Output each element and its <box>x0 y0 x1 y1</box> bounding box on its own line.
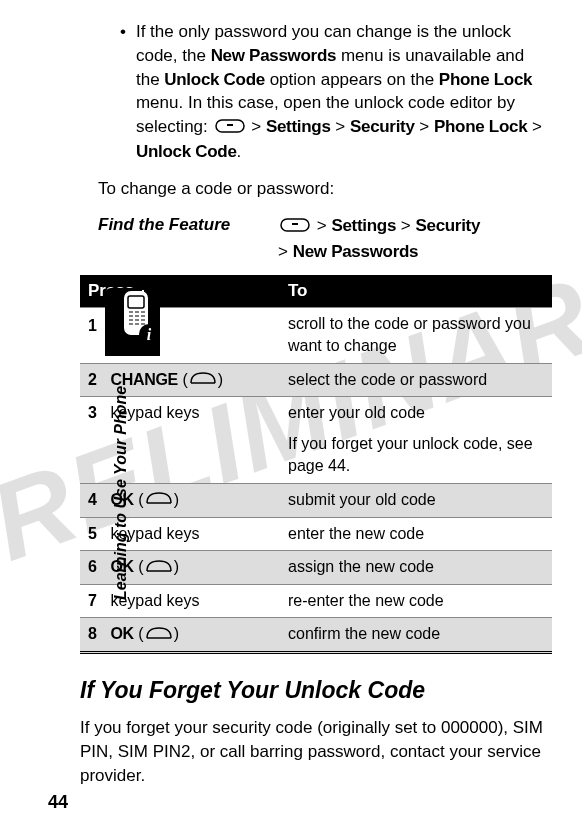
table-row: 6 OK ()assign the new code <box>80 551 552 585</box>
find-feature-path: > Settings > Security > New Passwords <box>278 213 552 265</box>
find-feature-label: Find the Feature <box>98 213 278 237</box>
col-to: To <box>280 275 552 307</box>
path-security: Security <box>350 117 415 136</box>
table-row: 3 keypad keysenter your old codeIf you f… <box>80 397 552 483</box>
to-cell: confirm the new code <box>280 618 552 653</box>
path-security: Security <box>415 216 480 235</box>
menu-key-icon <box>280 214 310 240</box>
gt: > <box>415 117 434 136</box>
path-unlock-code: Unlock Code <box>136 142 237 161</box>
svg-text:i: i <box>147 326 152 343</box>
path-settings: Settings <box>266 117 331 136</box>
find-feature-row: Find the Feature > Settings > Security >… <box>98 213 552 265</box>
sidebar-section-label: Learning to Use Your Phone <box>110 386 132 600</box>
to-cell: assign the new code <box>280 551 552 585</box>
gt: > <box>317 216 332 235</box>
softkey-icon <box>189 369 217 391</box>
path-new-passwords: New Passwords <box>293 242 419 261</box>
menu-key-icon <box>215 116 245 140</box>
bullet-item: • If the only password you can change is… <box>120 20 552 163</box>
gt: > <box>278 242 293 261</box>
svg-rect-3 <box>292 223 298 225</box>
press-cell: 8 OK () <box>80 618 280 653</box>
to-cell: select the code or password <box>280 363 552 397</box>
softkey-icon <box>145 489 173 511</box>
phone-info-icon: i <box>115 290 161 355</box>
softkey-icon <box>145 624 173 646</box>
section-heading: If You Forget Your Unlock Code <box>80 674 552 706</box>
softkey-icon <box>145 557 173 579</box>
table-row: 2 CHANGE ()select the code or password <box>80 363 552 397</box>
forget-paragraph: If you forget your security code (origin… <box>80 716 552 787</box>
menu-phone-lock: Phone Lock <box>439 70 532 89</box>
svg-rect-1 <box>227 124 233 126</box>
gt: > <box>396 216 415 235</box>
to-cell: scroll to the code or password you want … <box>280 307 552 363</box>
bullet-marker: • <box>120 20 126 163</box>
path-settings: Settings <box>331 216 396 235</box>
period: . <box>237 142 242 161</box>
table-row: 8 OK ()confirm the new code <box>80 618 552 653</box>
to-cell: enter the new code <box>280 517 552 550</box>
to-cell: enter your old codeIf you forget your un… <box>280 397 552 483</box>
intro-paragraph: To change a code or password: <box>98 177 552 201</box>
bullet-text: If the only password you can change is t… <box>136 20 552 163</box>
table-row: 5 keypad keysenter the new code <box>80 517 552 550</box>
menu-unlock-code: Unlock Code <box>164 70 265 89</box>
path-phone-lock: Phone Lock <box>434 117 527 136</box>
table-row: 4 OK ()submit your old code <box>80 483 552 517</box>
to-cell: re-enter the new code <box>280 584 552 617</box>
text: option appears on the <box>265 70 439 89</box>
menu-new-passwords: New Passwords <box>211 46 337 65</box>
gt: > <box>527 117 542 136</box>
table-row: 7 keypad keysre-enter the new code <box>80 584 552 617</box>
page-number: 44 <box>48 790 68 815</box>
gt: > <box>331 117 350 136</box>
gt: > <box>251 117 266 136</box>
to-cell: submit your old code <box>280 483 552 517</box>
